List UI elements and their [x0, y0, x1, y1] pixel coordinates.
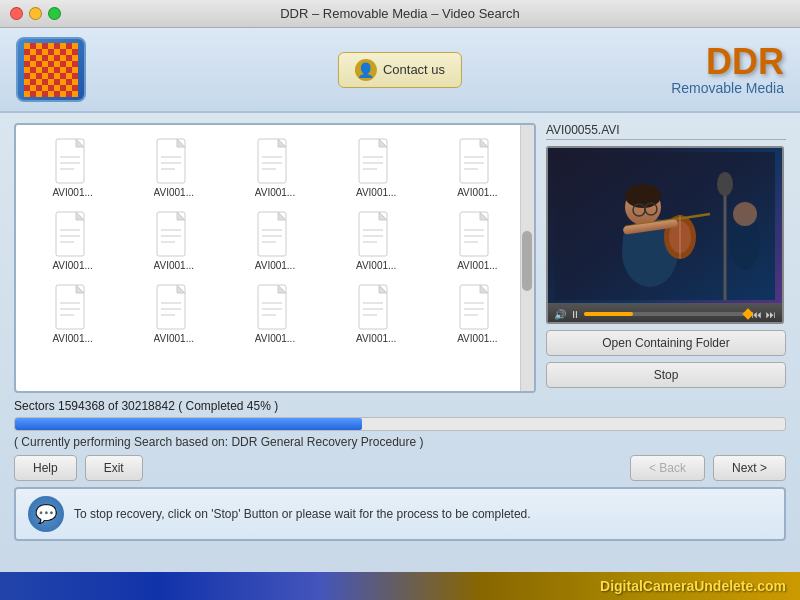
info-icon: 💬	[28, 496, 64, 532]
watermark-bar: DigitalCameraUndelete.com	[0, 572, 800, 600]
watermark-text: DigitalCameraUndelete.com	[600, 578, 786, 594]
main-window: 👤 Contact us DDR Removable Media AVI001.…	[0, 28, 800, 600]
exit-button[interactable]: Exit	[85, 455, 143, 481]
file-icon	[254, 137, 296, 185]
close-button[interactable]	[10, 7, 23, 20]
file-name: AVI001...	[356, 333, 396, 344]
file-item[interactable]: AVI001...	[226, 279, 323, 348]
file-item[interactable]: AVI001...	[429, 279, 526, 348]
title-bar: DDR – Removable Media – Video Search	[0, 0, 800, 28]
help-button[interactable]: Help	[14, 455, 77, 481]
file-name: AVI001...	[255, 333, 295, 344]
file-name: AVI001...	[457, 187, 497, 198]
file-item[interactable]: AVI001...	[328, 206, 425, 275]
traffic-lights	[10, 7, 61, 20]
open-containing-folder-button[interactable]: Open Containing Folder	[546, 330, 786, 356]
video-thumbnail	[548, 148, 782, 303]
file-name: AVI001...	[52, 333, 92, 344]
progress-bar-fill	[15, 418, 362, 430]
minimize-button[interactable]	[29, 7, 42, 20]
file-item[interactable]: AVI001...	[226, 206, 323, 275]
file-item[interactable]: AVI001...	[328, 279, 425, 348]
brand: DDR Removable Media	[671, 44, 784, 96]
maximize-button[interactable]	[48, 7, 61, 20]
file-item[interactable]: AVI001...	[24, 133, 121, 202]
preview-panel: AVI00055.AVI	[546, 123, 786, 393]
file-icon	[153, 283, 195, 331]
file-name: AVI001...	[154, 333, 194, 344]
file-name: AVI001...	[52, 260, 92, 271]
next-button[interactable]: Next >	[713, 455, 786, 481]
file-item[interactable]: AVI001...	[429, 133, 526, 202]
back-button[interactable]: < Back	[630, 455, 705, 481]
file-item[interactable]: AVI001...	[125, 206, 222, 275]
svg-point-89	[717, 172, 733, 196]
svg-point-91	[733, 202, 757, 226]
bottom-buttons: Help Exit < Back Next >	[14, 455, 786, 481]
progress-section: Sectors 1594368 of 30218842 ( Completed …	[14, 399, 786, 449]
file-name: AVI001...	[457, 333, 497, 344]
file-name: AVI001...	[52, 187, 92, 198]
file-icon	[254, 283, 296, 331]
contact-label: Contact us	[383, 62, 445, 77]
info-message: To stop recovery, click on 'Stop' Button…	[74, 507, 531, 521]
violin-scene	[548, 148, 782, 303]
top-section: AVI001... AVI001... AVI001... AVI001... …	[14, 123, 786, 393]
volume-icon[interactable]: 🔊	[554, 309, 566, 320]
logo-box	[16, 37, 86, 102]
file-item[interactable]: AVI001...	[24, 279, 121, 348]
file-name: AVI001...	[356, 187, 396, 198]
video-progress-fill	[584, 312, 633, 316]
forward-icon[interactable]: ⏭	[766, 309, 776, 320]
file-item[interactable]: AVI001...	[429, 206, 526, 275]
file-item[interactable]: AVI001...	[125, 279, 222, 348]
video-preview: 🔊 ⏸ ⏮ ⏭	[546, 146, 784, 324]
file-name: AVI001...	[255, 187, 295, 198]
contact-button[interactable]: 👤 Contact us	[338, 52, 462, 88]
file-icon	[355, 137, 397, 185]
file-name: AVI001...	[457, 260, 497, 271]
progress-label: Sectors 1594368 of 30218842 ( Completed …	[14, 399, 786, 413]
file-name: AVI001...	[356, 260, 396, 271]
file-icon	[456, 283, 498, 331]
file-icon	[153, 137, 195, 185]
file-icon	[52, 210, 94, 258]
procedure-text: ( Currently performing Search based on: …	[14, 435, 786, 449]
content-area: AVI001... AVI001... AVI001... AVI001... …	[0, 113, 800, 572]
brand-subtitle: Removable Media	[671, 80, 784, 96]
file-icon	[153, 210, 195, 258]
preview-filename: AVI00055.AVI	[546, 123, 786, 140]
logo-checkerboard	[24, 43, 78, 97]
file-name: AVI001...	[255, 260, 295, 271]
file-item[interactable]: AVI001...	[24, 206, 121, 275]
file-icon	[456, 137, 498, 185]
file-icon	[355, 210, 397, 258]
file-name: AVI001...	[154, 187, 194, 198]
file-name: AVI001...	[154, 260, 194, 271]
info-bar: 💬 To stop recovery, click on 'Stop' Butt…	[14, 487, 786, 541]
file-icon	[52, 283, 94, 331]
window-title: DDR – Removable Media – Video Search	[280, 6, 520, 21]
scrollbar-thumb[interactable]	[522, 231, 532, 291]
scrollbar[interactable]	[520, 125, 534, 391]
progress-bar-container	[14, 417, 786, 431]
header: 👤 Contact us DDR Removable Media	[0, 28, 800, 113]
file-icon	[254, 210, 296, 258]
file-item[interactable]: AVI001...	[226, 133, 323, 202]
file-icon	[456, 210, 498, 258]
stop-button[interactable]: Stop	[546, 362, 786, 388]
brand-title: DDR	[671, 44, 784, 80]
file-icon	[355, 283, 397, 331]
file-icon	[52, 137, 94, 185]
pause-icon[interactable]: ⏸	[570, 309, 580, 320]
file-grid: AVI001... AVI001... AVI001... AVI001... …	[16, 125, 534, 391]
video-progress[interactable]	[584, 312, 748, 316]
video-controls: 🔊 ⏸ ⏮ ⏭	[548, 303, 782, 324]
file-item[interactable]: AVI001...	[328, 133, 425, 202]
file-item[interactable]: AVI001...	[125, 133, 222, 202]
file-grid-container: AVI001... AVI001... AVI001... AVI001... …	[14, 123, 536, 393]
contact-icon: 👤	[355, 59, 377, 81]
